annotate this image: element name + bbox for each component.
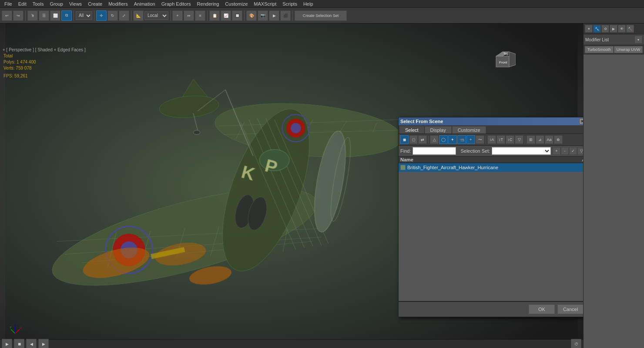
select-object-button[interactable]: 🖱 [27, 10, 38, 21]
menu-edit[interactable]: Edit [16, 1, 29, 7]
dialog-tab-select[interactable]: Select [399, 126, 424, 134]
menu-scripts[interactable]: Scripts [280, 1, 300, 7]
curve-editor[interactable]: 📈 [221, 10, 231, 21]
ss-remove[interactable]: - [561, 147, 569, 155]
selection-set-label: Selection Set: [460, 148, 490, 154]
dtb-lights[interactable]: ✦ [448, 135, 457, 144]
render-setup[interactable]: 📷 [258, 10, 268, 21]
find-input[interactable] [413, 147, 456, 155]
render-frame[interactable]: ▶ [269, 10, 279, 21]
modifier-list-options[interactable]: ▼ [634, 36, 642, 44]
reference-coord-button[interactable]: 📐 [133, 10, 144, 21]
dtb-filter[interactable]: ▽ [515, 135, 523, 144]
dtb-select-subtree[interactable]: ⊿ [536, 135, 544, 144]
dtb-sort-name[interactable]: ↕A [487, 135, 496, 144]
turbosmooth-button[interactable]: TurboSmooth [585, 46, 614, 53]
dtb-geometry[interactable]: △ [430, 135, 439, 144]
menu-views[interactable]: Views [67, 1, 84, 7]
ss-select-all[interactable]: ✓ [569, 147, 577, 155]
ss-options[interactable]: ▽ [577, 147, 583, 155]
create-panel-icon[interactable]: ✦ [585, 25, 593, 33]
menu-create[interactable]: Create [85, 1, 105, 7]
select-by-name-button[interactable]: ☰ [39, 10, 49, 21]
dtb-select-none[interactable]: ◻ [409, 135, 418, 144]
dtb-helpers[interactable]: + [466, 135, 475, 144]
material-editor[interactable]: 🎨 [246, 10, 257, 21]
create-selection-set[interactable]: Create Selection Set [295, 10, 347, 21]
utilities-panel-icon[interactable]: 🔨 [626, 25, 634, 33]
dtb-select-all[interactable]: ◼ [400, 135, 409, 144]
list-item[interactable]: British_Fighter_Aircraft_Hawker_Hurrican… [399, 163, 583, 172]
menu-help[interactable]: Help [301, 1, 316, 7]
modifier-area [584, 54, 644, 348]
menu-maxscript[interactable]: MAXScript [251, 1, 279, 7]
redo-button[interactable]: ↪ [13, 10, 23, 21]
window-crossing-button[interactable]: ⧉ [61, 10, 72, 21]
toolbar-sep-4 [131, 10, 131, 21]
dtb-cameras[interactable]: 📹 [457, 135, 466, 144]
modifier-list-header: Modifier List ▼ [584, 34, 644, 45]
dialog-tabs: Select Display Customize [399, 125, 583, 134]
stop-button[interactable]: ⏹ [14, 339, 24, 348]
move-type-in[interactable]: + [172, 10, 183, 21]
dtb-spacewarps[interactable]: 〜 [476, 135, 484, 144]
dialog-titlebar[interactable]: Select From Scene ✕ [399, 117, 583, 125]
dtb-case-sensitive[interactable]: Aa [545, 135, 553, 144]
find-label: Find: [400, 148, 411, 154]
menu-customize[interactable]: Customize [222, 1, 250, 7]
menu-rendering[interactable]: Rendering [195, 1, 222, 7]
time-config[interactable]: ⏱ [571, 339, 581, 348]
menu-modifiers[interactable]: Modifiers [106, 1, 131, 7]
dialog-tab-display[interactable]: Display [425, 126, 452, 134]
dialog-close-button[interactable]: ✕ [579, 118, 583, 124]
dtb-display-icons[interactable]: ⊞ [527, 135, 535, 144]
viewport[interactable]: K P + [ Perspec [0, 23, 583, 348]
dtb-invert[interactable]: ⇄ [418, 135, 427, 144]
menu-tools[interactable]: Tools [30, 1, 47, 7]
selection-set-dropdown[interactable] [492, 147, 551, 155]
dtb-sort-color[interactable]: ↕C [506, 135, 514, 144]
scale-button[interactable]: ⤢ [119, 10, 129, 21]
svg-point-37 [291, 123, 301, 134]
rotate-button[interactable]: ↻ [107, 10, 118, 21]
dtb-sep-3 [525, 136, 525, 144]
dialog-list-header: Name ▲ [399, 157, 583, 163]
navigation-cube[interactable]: Front Top [490, 47, 516, 74]
toolbar-sep-1 [25, 10, 26, 21]
dtb-sort-type[interactable]: ↕T [496, 135, 505, 144]
dtb-expand[interactable]: ⊕ [554, 135, 563, 144]
menu-graph-editors[interactable]: Graph Editors [159, 1, 194, 7]
render-last[interactable]: ⬛ [280, 10, 291, 21]
layer-manager[interactable]: 📋 [209, 10, 220, 21]
ss-create-set[interactable]: + [553, 147, 560, 155]
svg-text:Z: Z [14, 324, 17, 327]
stats-polys: Polys: 1 474 400 [3, 59, 36, 65]
select-region-button[interactable]: ⬜ [50, 10, 60, 21]
dialog-tab-customize[interactable]: Customize [452, 126, 486, 134]
dialog-cancel-button[interactable]: Cancel [557, 304, 583, 314]
display-panel-icon[interactable]: 👁 [618, 25, 626, 33]
filter-dropdown[interactable]: All [76, 11, 92, 20]
mirror-button[interactable]: ⇔ [184, 10, 194, 21]
dialog-ok-button[interactable]: OK [529, 304, 555, 314]
menu-animation[interactable]: Animation [131, 1, 158, 7]
menu-file[interactable]: File [2, 1, 15, 7]
stats-verts: Verts: 759 078 [3, 65, 36, 71]
select-move-button[interactable]: ✛ [96, 10, 107, 21]
motion-panel-icon[interactable]: ▶ [610, 25, 617, 33]
hierarchy-panel-icon[interactable]: ⚙ [601, 25, 609, 33]
unwrap-uvw-button[interactable]: Unwrap UVW [614, 46, 643, 53]
align-button[interactable]: ≡ [195, 10, 205, 21]
schematic-view[interactable]: 🔲 [232, 10, 242, 21]
play-button[interactable]: ▶ [2, 339, 12, 348]
main-toolbar: ↩ ↪ 🖱 ☰ ⬜ ⧉ All ✛ ↻ ⤢ 📐 Local World View… [0, 8, 644, 23]
modify-panel-icon[interactable]: 🔧 [593, 25, 601, 33]
dialog-list[interactable]: British_Fighter_Aircraft_Hawker_Hurrican… [399, 163, 583, 301]
next-frame[interactable]: ▶ [38, 339, 49, 348]
coord-system-dropdown[interactable]: Local World View [144, 11, 168, 20]
dtb-shapes[interactable]: ◯ [439, 135, 448, 144]
menu-group[interactable]: Group [47, 1, 66, 7]
svg-point-46 [193, 130, 200, 134]
undo-button[interactable]: ↩ [2, 10, 12, 21]
prev-frame[interactable]: ◀ [26, 339, 37, 348]
